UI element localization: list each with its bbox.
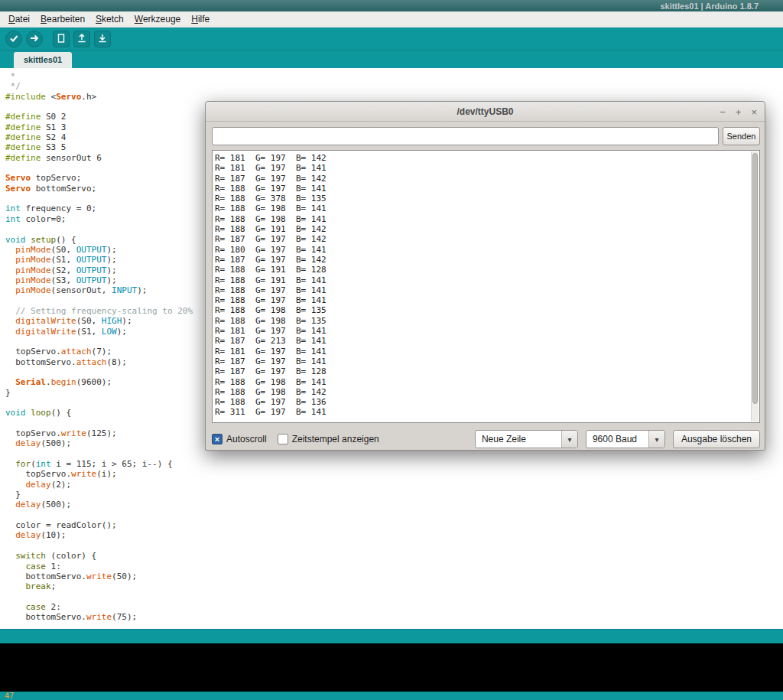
code-line [5,541,783,551]
code-line: bottomServo.write(75); [5,612,783,622]
code-line: } [5,490,783,500]
serial-output-line: R= 311 G= 197 B= 141 [215,407,750,417]
verify-button[interactable] [5,31,22,47]
serial-output-lines: R= 181 G= 197 B= 142R= 181 G= 197 B= 141… [215,153,750,418]
serial-output-line: R= 188 G= 198 B= 135 [215,316,750,326]
code-line: topServo.write(i); [5,469,783,479]
document-icon [57,32,66,46]
window-controls: − + × [720,102,757,122]
serial-output-line: R= 181 G= 197 B= 142 [215,153,750,163]
serial-monitor-title: /dev/ttyUSB0 [206,106,765,117]
status-message-strip [0,629,783,643]
arrow-right-icon [30,32,39,46]
serial-output-line: R= 188 G= 198 B= 141 [215,203,750,213]
serial-output-line: R= 187 G= 213 B= 141 [215,336,750,346]
line-number-indicator: 47 [5,692,14,700]
serial-output-line: R= 181 G= 197 B= 141 [215,347,750,357]
save-button[interactable] [94,31,111,47]
code-line: switch (color) { [5,551,783,561]
autoscroll-checkbox[interactable] [212,434,223,444]
status-footer: 47 [0,692,783,700]
check-icon [9,32,18,46]
serial-output-line: R= 187 G= 197 B= 128 [215,366,750,376]
serial-output-line: R= 188 G= 197 B= 141 [215,184,750,194]
serial-output-line: R= 188 G= 198 B= 142 [215,387,750,397]
serial-output-line: R= 188 G= 191 B= 141 [215,275,750,285]
toolbar [0,28,783,50]
upload-button[interactable] [26,31,43,47]
serial-send-row: Senden [206,122,765,148]
new-sketch-button[interactable] [53,31,70,47]
serial-output-line: R= 187 G= 197 B= 142 [215,174,750,184]
tab-label: skittles01 [24,55,62,64]
autoscroll-label: Autoscroll [226,434,267,444]
serial-output-line: R= 180 G= 197 B= 141 [215,245,750,255]
serial-output-line: R= 188 G= 191 B= 128 [215,265,750,275]
serial-output-line: R= 188 G= 198 B= 141 [215,377,750,387]
serial-output-line: R= 187 G= 197 B= 141 [215,357,750,366]
code-line: bottomServo.write(50); [5,571,783,581]
serial-output-line: R= 188 G= 197 B= 141 [215,285,750,295]
serial-output-line: R= 188 G= 198 B= 135 [215,305,750,315]
chevron-down-icon[interactable] [561,431,577,448]
open-button[interactable] [73,31,90,47]
code-line: break; [5,581,783,591]
serial-output-line: R= 188 G= 197 B= 141 [215,295,750,305]
code-line: case 1: [5,562,783,571]
arrow-down-tray-icon [98,32,107,46]
clear-output-button[interactable]: Ausgabe löschen [673,430,760,448]
maximize-icon[interactable]: + [736,107,742,117]
menu-werkzeuge[interactable]: Werkzeuge [129,12,186,26]
console-output [0,643,783,692]
serial-input[interactable] [212,127,719,145]
menu-hilfe[interactable]: Hilfe [186,12,215,26]
window-title: skittles01 | Arduino 1.8.7 [660,2,759,11]
menu-datei[interactable]: Datei [3,12,35,26]
code-line: */ [5,81,783,91]
serial-monitor-window: /dev/ttyUSB0 − + × Senden R= 181 G= 197 … [205,101,765,451]
line-ending-value: Neue Zeile [476,434,561,444]
menu-bearbeiten[interactable]: Bearbeiten [35,12,90,26]
serial-scrollbar[interactable] [751,151,759,422]
code-line: delay(10); [5,530,783,540]
close-icon[interactable]: × [751,107,757,117]
serial-output-line: R= 187 G= 197 B= 142 [215,234,750,244]
serial-output-line: R= 188 G= 197 B= 136 [215,397,750,407]
serial-output-line: R= 188 G= 378 B= 135 [215,194,750,203]
arrow-up-tray-icon [77,32,86,46]
serial-output-line: R= 187 G= 197 B= 142 [215,255,750,265]
code-line: delay(2); [5,480,783,490]
code-line: case 2: [5,602,783,612]
timestamp-checkbox[interactable] [278,434,288,444]
serial-monitor-titlebar[interactable]: /dev/ttyUSB0 − + × [206,102,765,122]
chevron-down-icon[interactable] [648,431,664,448]
line-ending-select[interactable]: Neue Zeile [475,430,578,448]
serial-monitor-controls: Autoscroll Zeitstempel anzeigen Neue Zei… [206,423,765,448]
menu-bar: DateiBearbeitenSketchWerkzeugeHilfe [0,11,783,28]
serial-output-line: R= 188 G= 198 B= 141 [215,214,750,224]
serial-output-line: R= 181 G= 197 B= 141 [215,326,750,336]
window-titlebar[interactable]: skittles01 | Arduino 1.8.7 [0,0,783,11]
code-line: for(int i = 115; i > 65; i--) { [5,459,783,469]
tab-bar: skittles01 [0,50,783,68]
serial-output-area[interactable]: R= 181 G= 197 B= 142R= 181 G= 197 B= 141… [212,150,760,423]
code-line: color = readColor(); [5,520,783,530]
send-button[interactable]: Senden [723,127,760,145]
minimize-icon[interactable]: − [720,107,726,117]
menu-sketch[interactable]: Sketch [90,12,129,26]
code-line [5,510,783,520]
serial-scrollbar-thumb[interactable] [752,153,758,404]
serial-output-line: R= 181 G= 197 B= 141 [215,163,750,173]
timestamp-label: Zeitstempel anzeigen [292,434,379,444]
code-line: * [5,71,783,81]
tab-skittles01[interactable]: skittles01 [14,52,72,68]
serial-output-line: R= 188 G= 191 B= 142 [215,224,750,234]
baud-rate-select[interactable]: 9600 Baud [586,430,665,448]
baud-rate-value: 9600 Baud [586,434,648,444]
code-line [5,592,783,602]
code-line: delay(500); [5,500,783,510]
